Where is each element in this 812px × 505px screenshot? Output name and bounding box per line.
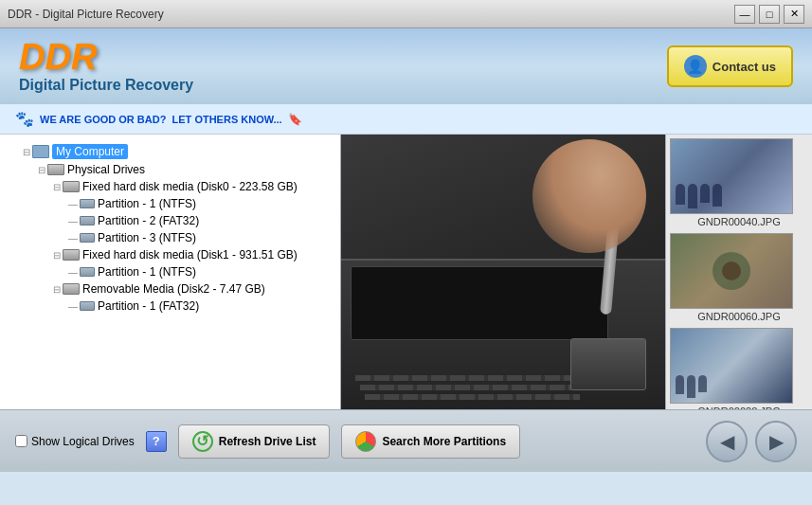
partition-icon [80, 301, 95, 311]
contact-icon: 👤 [684, 55, 707, 78]
drive-icon [47, 164, 64, 175]
tree-disk0-p2-label: Partition - 2 (FAT32) [98, 214, 199, 227]
thumbnail-label-1: GNDR00040.JPG [670, 216, 808, 227]
help-button[interactable]: ? [146, 431, 167, 452]
navigation-buttons: ◀ ▶ [706, 421, 797, 462]
show-logical-drives-label[interactable]: Show Logical Drives [31, 435, 135, 448]
tree-root-label[interactable]: My Computer [52, 144, 128, 159]
disk1-icon [63, 249, 80, 261]
external-drive [570, 338, 646, 390]
partition-icon [80, 233, 95, 243]
app-header: DDR Digital Picture Recovery 👤 Contact u… [0, 28, 812, 104]
banner-tail-icon: 🔖 [288, 113, 302, 126]
refresh-icon [192, 431, 213, 452]
logo-area: DDR Digital Picture Recovery [19, 39, 193, 94]
image-preview-panel [341, 135, 665, 409]
tree-disk2-label: Removable Media (Disk2 - 7.47 GB) [82, 282, 265, 296]
contact-button[interactable]: 👤 Contact us [667, 45, 793, 87]
partition-icon [80, 267, 95, 277]
hand-visual [532, 139, 646, 253]
thumbnail-item[interactable]: GNDR00040.JPG [670, 138, 808, 227]
search-icon [355, 431, 376, 452]
app-logo: DDR [19, 39, 193, 75]
bottom-bar: Show Logical Drives ? Refresh Drive List… [0, 409, 812, 472]
tree-disk2[interactable]: ⊟ Removable Media (Disk2 - 7.47 GB) [8, 280, 333, 298]
banner-icon: 🐾 [15, 110, 34, 128]
banner-text: WE ARE GOOD OR BAD? LET OTHERS KNOW... [40, 114, 282, 125]
search-btn-label: Search More Partitions [382, 435, 506, 448]
tree-disk1[interactable]: ⊟ Fixed hard disk media (Disk1 - 931.51 … [8, 246, 333, 263]
thumbnail-item[interactable]: GNDR00038.JPG [670, 328, 808, 409]
tree-disk0[interactable]: ⊟ Fixed hard disk media (Disk0 - 223.58 … [8, 178, 333, 195]
partition-icon [80, 216, 95, 225]
thumbnail-panel: GNDR00040.JPG GNDR00060.JPG [665, 135, 812, 409]
banner-bar: 🐾 WE ARE GOOD OR BAD? LET OTHERS KNOW...… [0, 104, 812, 135]
tree-physical-label: Physical Drives [67, 163, 145, 176]
tree-physical-drives[interactable]: ⊟ Physical Drives [8, 161, 333, 178]
tree-disk1-label: Fixed hard disk media (Disk1 - 931.51 GB… [82, 248, 298, 262]
thumbnail-image-2[interactable] [670, 233, 793, 309]
maximize-button[interactable]: □ [759, 5, 780, 24]
tree-disk0-p2[interactable]: — Partition - 2 (FAT32) [8, 212, 333, 229]
thumbnail-image-1[interactable] [670, 138, 793, 214]
minimize-button[interactable]: — [734, 5, 755, 24]
window-controls: — □ ✕ [734, 5, 804, 24]
refresh-drive-list-button[interactable]: Refresh Drive List [178, 424, 331, 459]
title-bar: DDR - Digital Picture Recovery — □ ✕ [0, 0, 812, 28]
tree-disk1-p1[interactable]: — Partition - 1 (NTFS) [8, 263, 333, 280]
search-more-partitions-button[interactable]: Search More Partitions [341, 424, 520, 459]
disk0-icon [63, 181, 80, 192]
partition-icon [80, 199, 95, 208]
contact-label: Contact us [713, 60, 776, 74]
next-button[interactable]: ▶ [755, 421, 797, 462]
tree-root[interactable]: ⊟ My Computer [8, 142, 333, 161]
preview-visual [341, 135, 665, 409]
tree-disk1-p1-label: Partition - 1 (NTFS) [98, 265, 196, 279]
main-content: ⊟ My Computer ⊟ Physical Drives ⊟ Fixed … [0, 135, 812, 409]
refresh-btn-label: Refresh Drive List [219, 435, 316, 448]
tree-disk0-p1-label: Partition - 1 (NTFS) [98, 197, 196, 210]
tree-disk0-label: Fixed hard disk media (Disk0 - 223.58 GB… [82, 180, 298, 193]
computer-icon [32, 145, 49, 158]
thumbnail-image-3[interactable] [670, 328, 793, 404]
tree-disk0-p1[interactable]: — Partition - 1 (NTFS) [8, 195, 333, 212]
show-logical-drives-group: Show Logical Drives [15, 435, 135, 448]
tree-root-connector: ⊟ [23, 147, 30, 157]
previous-button[interactable]: ◀ [706, 421, 748, 462]
show-logical-drives-checkbox[interactable] [15, 435, 27, 447]
tree-disk2-p1[interactable]: — Partition - 1 (FAT32) [8, 298, 333, 315]
title-text: DDR - Digital Picture Recovery [8, 8, 164, 21]
screen-area [351, 266, 608, 341]
thumbnail-label-3: GNDR00038.JPG [670, 406, 808, 409]
thumbnail-item[interactable]: GNDR00060.JPG [670, 233, 808, 322]
tree-disk0-p3[interactable]: — Partition - 3 (NTFS) [8, 229, 333, 246]
app-subtitle: Digital Picture Recovery [19, 77, 193, 94]
thumbnail-label-2: GNDR00060.JPG [670, 311, 808, 322]
tree-disk0-p3-label: Partition - 3 (NTFS) [98, 231, 196, 244]
disk2-icon [63, 283, 80, 295]
drive-tree-panel: ⊟ My Computer ⊟ Physical Drives ⊟ Fixed … [0, 135, 341, 409]
close-button[interactable]: ✕ [784, 5, 804, 24]
tree-disk2-p1-label: Partition - 1 (FAT32) [98, 299, 199, 313]
